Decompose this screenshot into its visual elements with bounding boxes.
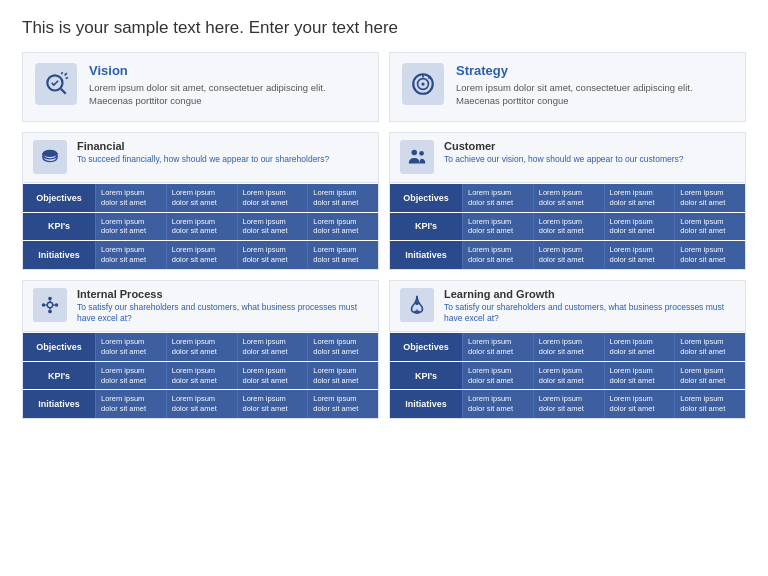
internal-kpis-row: KPI's Lorem ipsum dolor sit amet Lorem i… [23,361,378,390]
svg-line-2 [65,73,67,75]
svg-point-10 [43,150,58,157]
learning-quadrant: Learning and Growth To satisfy our share… [389,280,746,419]
financial-kpi-cell-1: Lorem ipsum dolor sit amet [95,213,166,241]
learning-desc: To satisfy our shareholders and customer… [444,302,735,325]
financial-init-cell-1: Lorem ipsum dolor sit amet [95,241,166,269]
svg-point-14 [42,303,46,307]
learning-initiatives-label: Initiatives [390,390,462,418]
financial-init-cell-4: Lorem ipsum dolor sit amet [307,241,378,269]
customer-kpi-cell-3: Lorem ipsum dolor sit amet [604,213,675,241]
internal-initiatives-row: Initiatives Lorem ipsum dolor sit amet L… [23,389,378,418]
customer-desc: To achieve our vision, how should we app… [444,154,684,165]
internal-desc: To satisfy our shareholders and customer… [77,302,368,325]
financial-kpis-row: KPI's Lorem ipsum dolor sit amet Lorem i… [23,212,378,241]
financial-initiatives-row: Initiatives Lorem ipsum dolor sit amet L… [23,240,378,269]
customer-icon [400,140,434,174]
financial-icon [33,140,67,174]
financial-initiatives-label: Initiatives [23,241,95,269]
svg-point-15 [55,303,59,307]
customer-quadrant: Customer To achieve our vision, how shou… [389,132,746,270]
customer-kpi-cell-2: Lorem ipsum dolor sit amet [533,213,604,241]
learning-initiatives-row: Initiatives Lorem ipsum dolor sit amet L… [390,389,745,418]
financial-table: Objectives Lorem ipsum dolor sit amet Lo… [23,183,378,269]
internal-icon [33,288,67,322]
internal-table: Objectives Lorem ipsum dolor sit amet Lo… [23,332,378,418]
internal-header: Internal Process To satisfy our sharehol… [23,281,378,333]
financial-obj-cell-2: Lorem ipsum dolor sit amet [166,184,237,212]
svg-point-12 [419,151,424,156]
internal-title: Internal Process [77,288,368,300]
customer-init-cell-2: Lorem ipsum dolor sit amet [533,241,604,269]
header-row: Vision Lorem ipsum dolor sit amet, conse… [22,52,746,122]
customer-title: Customer [444,140,684,152]
customer-kpis-row: KPI's Lorem ipsum dolor sit amet Lorem i… [390,212,745,241]
top-quadrants: Financial To succeed financially, how sh… [22,132,746,270]
svg-line-1 [61,89,66,94]
svg-point-7 [421,82,424,85]
financial-title-block: Financial To succeed financially, how sh… [77,140,329,165]
customer-kpi-cell-1: Lorem ipsum dolor sit amet [462,213,533,241]
learning-objectives-row: Objectives Lorem ipsum dolor sit amet Lo… [390,332,745,361]
learning-kpis-row: KPI's Lorem ipsum dolor sit amet Lorem i… [390,361,745,390]
svg-line-4 [66,78,68,79]
customer-init-cell-3: Lorem ipsum dolor sit amet [604,241,675,269]
customer-obj-cell-3: Lorem ipsum dolor sit amet [604,184,675,212]
financial-kpi-cell-2: Lorem ipsum dolor sit amet [166,213,237,241]
internal-initiatives-label: Initiatives [23,390,95,418]
customer-initiatives-row: Initiatives Lorem ipsum dolor sit amet L… [390,240,745,269]
financial-header: Financial To succeed financially, how sh… [23,133,378,183]
financial-kpi-cell-3: Lorem ipsum dolor sit amet [237,213,308,241]
vision-content: Vision Lorem ipsum dolor sit amet, conse… [89,63,366,108]
customer-init-cell-1: Lorem ipsum dolor sit amet [462,241,533,269]
svg-line-3 [61,72,62,74]
learning-kpis-label: KPI's [390,362,462,390]
financial-init-cell-3: Lorem ipsum dolor sit amet [237,241,308,269]
learning-objectives-label: Objectives [390,333,462,361]
svg-point-17 [48,309,52,313]
strategy-icon [402,63,444,105]
financial-quadrant: Financial To succeed financially, how sh… [22,132,379,270]
internal-kpis-label: KPI's [23,362,95,390]
vision-description: Lorem ipsum dolor sit amet, consectetuer… [89,81,366,108]
learning-title: Learning and Growth [444,288,735,300]
strategy-card: Strategy Lorem ipsum dolor sit amet, con… [389,52,746,122]
customer-init-cell-4: Lorem ipsum dolor sit amet [674,241,745,269]
page: This is your sample text here. Enter you… [0,0,768,576]
internal-objectives-label: Objectives [23,333,95,361]
internal-objectives-row: Objectives Lorem ipsum dolor sit amet Lo… [23,332,378,361]
financial-objectives-label: Objectives [23,184,95,212]
vision-icon [35,63,77,105]
svg-point-16 [48,296,52,300]
customer-obj-cell-2: Lorem ipsum dolor sit amet [533,184,604,212]
financial-title: Financial [77,140,329,152]
financial-obj-cell-3: Lorem ipsum dolor sit amet [237,184,308,212]
learning-title-block: Learning and Growth To satisfy our share… [444,288,735,325]
customer-objectives-label: Objectives [390,184,462,212]
financial-objectives-row: Objectives Lorem ipsum dolor sit amet Lo… [23,183,378,212]
customer-kpis-label: KPI's [390,213,462,241]
bottom-quadrants: Internal Process To satisfy our sharehol… [22,280,746,419]
customer-title-block: Customer To achieve our vision, how shou… [444,140,684,165]
svg-point-11 [412,150,418,156]
financial-obj-cell-1: Lorem ipsum dolor sit amet [95,184,166,212]
customer-initiatives-label: Initiatives [390,241,462,269]
vision-title: Vision [89,63,366,78]
customer-header: Customer To achieve our vision, how shou… [390,133,745,183]
financial-init-cell-2: Lorem ipsum dolor sit amet [166,241,237,269]
strategy-title: Strategy [456,63,733,78]
vision-card: Vision Lorem ipsum dolor sit amet, conse… [22,52,379,122]
learning-table: Objectives Lorem ipsum dolor sit amet Lo… [390,332,745,418]
customer-obj-cell-4: Lorem ipsum dolor sit amet [674,184,745,212]
internal-title-block: Internal Process To satisfy our sharehol… [77,288,368,325]
learning-header: Learning and Growth To satisfy our share… [390,281,745,333]
page-title: This is your sample text here. Enter you… [22,18,746,38]
customer-table: Objectives Lorem ipsum dolor sit amet Lo… [390,183,745,269]
financial-kpi-cell-4: Lorem ipsum dolor sit amet [307,213,378,241]
learning-icon [400,288,434,322]
strategy-description: Lorem ipsum dolor sit amet, consectetuer… [456,81,733,108]
financial-obj-cell-4: Lorem ipsum dolor sit amet [307,184,378,212]
strategy-content: Strategy Lorem ipsum dolor sit amet, con… [456,63,733,108]
internal-quadrant: Internal Process To satisfy our sharehol… [22,280,379,419]
customer-objectives-row: Objectives Lorem ipsum dolor sit amet Lo… [390,183,745,212]
financial-desc: To succeed financially, how should we ap… [77,154,329,165]
